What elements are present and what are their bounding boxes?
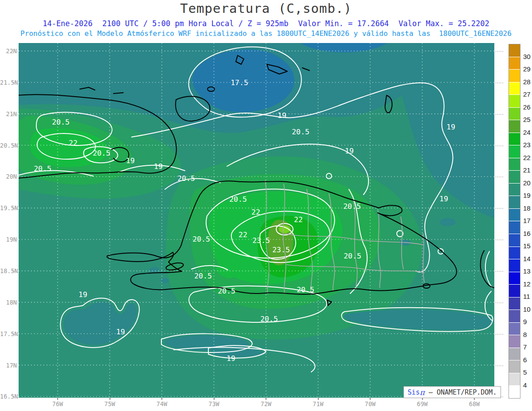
lat-tick-mark <box>495 114 503 115</box>
lat-tick-mark <box>495 365 503 366</box>
lat-tick-mark <box>12 334 18 335</box>
lat-tick-mark <box>495 51 503 52</box>
colorbar-band <box>509 108 520 120</box>
contour-label: 20.5 <box>292 128 309 136</box>
lat-tick-mark <box>12 145 18 146</box>
contour-label: 20.5 <box>229 195 247 204</box>
colorbar-tick-label: 11 <box>523 293 532 301</box>
lat-tick-mark <box>495 82 503 83</box>
subtitle-model-info: Pronóstico con el Modelo Atmósferico WRF… <box>0 29 532 38</box>
contour-label: 20.5 <box>194 272 212 280</box>
valid-date: 14-Ene-2026 <box>43 19 93 28</box>
lat-tick-mark <box>495 334 503 335</box>
colorbar-band <box>509 145 520 158</box>
colorbar-band <box>509 386 520 398</box>
lat-tick-mark <box>12 396 18 397</box>
map-svg <box>19 43 494 398</box>
colorbar-band <box>509 57 520 70</box>
lat-tick-mark <box>12 51 18 52</box>
colorbar-tick-label: 24 <box>523 129 532 137</box>
colorbar-band <box>509 120 520 133</box>
colorbar-tick-label: 16 <box>523 230 532 238</box>
lon-tick-label: 70W <box>357 400 383 407</box>
lon-tick-mark <box>110 398 110 400</box>
lat-tick-mark <box>12 239 18 240</box>
colorbar-tick-label: 29 <box>523 65 532 73</box>
contour-label: 19 <box>126 157 135 165</box>
contour-label: 19 <box>227 354 235 363</box>
colorbar-tick-label: 10 <box>523 305 532 313</box>
colorbar-tick-label: 12 <box>523 280 532 288</box>
sispi-logo-text: Sis <box>408 388 420 396</box>
lon-tick-mark <box>266 398 266 400</box>
contour-label: 20.5 <box>343 202 361 211</box>
colorbar-tick-label: 4 <box>523 381 532 389</box>
colorbar-tick-label: 18 <box>523 204 532 212</box>
colorbar-tick-label: 5 <box>523 368 532 376</box>
colorbar-band <box>509 348 520 360</box>
colorbar-tick-label: 27 <box>523 90 532 98</box>
colorbar-tick-label: 19 <box>523 192 532 200</box>
lon-tick-label: 72W <box>253 400 279 407</box>
colorbar-tick-label: 28 <box>523 78 532 86</box>
colorbar-band <box>509 95 520 107</box>
lon-tick-label: 71W <box>305 400 332 407</box>
colorbar-band <box>509 44 520 57</box>
colorbar-tick-label: 17 <box>523 217 532 225</box>
branding-box: Sisπ – ONAMET/REP.DOM. <box>403 386 501 398</box>
lon-tick-label: 76W <box>44 400 71 407</box>
weather-chart-page: Temperatura (C,somb.) 14-Ene-20262100 UT… <box>0 0 532 411</box>
colorbar-band <box>509 158 520 171</box>
contour-label: 20.5 <box>260 315 278 323</box>
lat-tick-mark <box>12 365 18 366</box>
colorbar-band <box>509 196 520 208</box>
lat-tick-mark <box>12 208 18 209</box>
lat-tick-mark <box>495 239 503 240</box>
contour-label: 20.5 <box>93 149 110 157</box>
lon-tick-label: 73W <box>201 400 227 407</box>
lat-tick-mark <box>495 271 503 272</box>
colorbar-tick-label: 30 <box>523 53 532 61</box>
colorbar <box>509 44 520 399</box>
org-label: – ONAMET/REP.DOM. <box>425 388 497 396</box>
temperature-field <box>19 43 494 398</box>
colorbar-tick-label: 26 <box>523 103 532 111</box>
value-min-label: Valor Min. = 17.2664 <box>298 19 389 28</box>
colorbar-band <box>509 171 520 183</box>
colorbar-tick-label: 25 <box>523 116 532 124</box>
colorbar-band <box>509 247 520 259</box>
lon-tick-mark <box>318 398 319 400</box>
colorbar-tick-label: 15 <box>523 242 532 250</box>
contour-label: 23.5 <box>272 246 290 254</box>
contour-label: 22 <box>69 139 78 147</box>
contour-label: 20.5 <box>192 235 210 243</box>
lat-tick-mark <box>12 271 18 272</box>
lat-tick-mark <box>12 82 18 83</box>
contour-label: 17.5 <box>231 78 248 87</box>
contour-label: 23.5 <box>252 236 270 245</box>
colorbar-band <box>509 221 520 234</box>
colorbar-tick-label: 7 <box>523 343 532 351</box>
colorbar-band <box>509 133 520 145</box>
lat-tick-mark <box>495 302 503 303</box>
colorbar-band <box>509 373 520 386</box>
colorbar-band <box>509 272 520 285</box>
lon-tick-label: 69W <box>409 400 436 407</box>
contour-label: 22 <box>251 208 260 216</box>
valid-time-level: 2100 UTC / 5:00 pm Hora Local / Z = 925m… <box>102 19 289 28</box>
contour-label: 19 <box>154 162 163 171</box>
lat-tick-mark <box>12 114 18 115</box>
colorbar-tick-label: 23 <box>523 141 532 149</box>
lat-tick-mark <box>495 176 503 177</box>
contour-label: 22 <box>239 231 247 239</box>
map-plot-area <box>19 43 494 398</box>
contour-label: 19 <box>345 147 354 155</box>
contour-label: 19 <box>446 123 455 131</box>
chart-title: Temperatura (C,somb.) <box>0 1 532 16</box>
colorbar-band <box>509 70 520 82</box>
contour-label: 19 <box>116 328 125 336</box>
colorbar-tick-label: 14 <box>523 255 532 263</box>
lat-tick-mark <box>12 302 18 303</box>
contour-label: 20.5 <box>177 174 195 183</box>
colorbar-band <box>509 259 520 272</box>
